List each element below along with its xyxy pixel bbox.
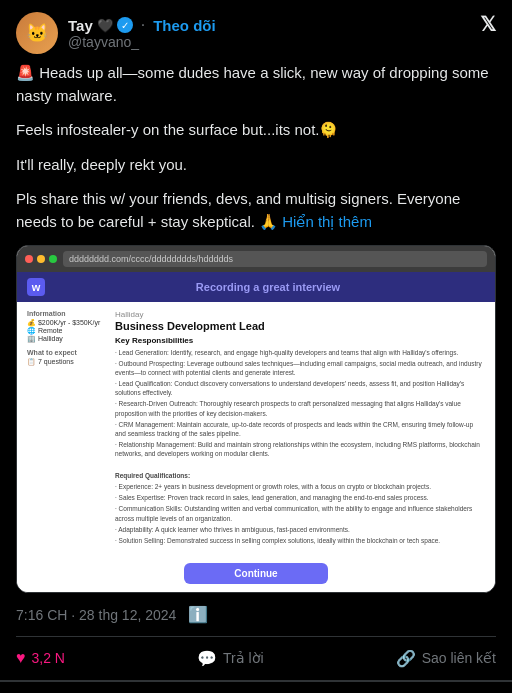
doc-line-0: · Lead Generation: Identify, research, a… [115,348,485,357]
tweet-line-2: Feels infostealer-y on the surface but..… [16,119,496,142]
tweet-body: 🚨 Heads up all—some dudes have a slick, … [16,62,496,233]
tweet-header: 🐱 Tay 🖤 ✓ · Theo dõi @tayvano_ 𝕏 [16,12,496,54]
recording-title: Recording a great interview [51,281,485,293]
doc-line-7: · Experience: 2+ years in business devel… [115,482,485,491]
app-logo: w [27,278,45,296]
browser-bar: dddddddd.com/cccc/dddddddds/hddddds [17,246,495,272]
share-label: Sao liên kết [422,650,496,666]
doc-line-3: · Research-Driven Outreach: Thoroughly r… [115,399,485,417]
doc-lines: · Lead Generation: Identify, research, a… [115,348,485,545]
tweet-line-4-text: Pls share this w/ your friends, devs, an… [16,190,460,230]
sidebar-remote: 🌐 Remote [27,327,107,335]
like-count: 3,2 N [32,650,65,666]
doc-line-1: · Outbound Prospecting: Leverage outboun… [115,359,485,377]
continue-btn-wrap: Continue [17,555,495,592]
dot-yellow [37,255,45,263]
sidebar-questions: 📋 7 questions [27,358,107,366]
info-icon: ℹ️ [188,606,208,623]
reply-icon: 💬 [197,649,217,668]
sidebar-what-to-expect: What to expect 📋 7 questions [27,349,107,366]
browser-url: dddddddd.com/cccc/dddddddds/hddddds [63,251,487,267]
doc-line-5: · Relationship Management: Build and mai… [115,440,485,458]
reply-button[interactable]: 💬 Trả lời [197,649,264,668]
share-button[interactable]: 🔗 Sao liên kết [396,649,496,668]
responsibilities-title: Key Responsibilities [115,336,485,345]
doc-line-8: · Sales Expertise: Proven track record i… [115,493,485,502]
verified-icon: ✓ [117,17,133,33]
view-replies-section: Đọc 163 trả lời [0,681,512,693]
sidebar-salary: 💰 $200K/yr - $350K/yr [27,319,107,327]
doc-line-10: · Adaptability: A quick learner who thri… [115,525,485,534]
company-label: Halliday [115,310,485,319]
tweet-line-1: 🚨 Heads up all—some dudes have a slick, … [16,62,496,107]
user-info: 🐱 Tay 🖤 ✓ · Theo dõi @tayvano_ [16,12,216,54]
x-logo: 𝕏 [480,12,496,36]
doc-line-2: · Lead Qualification: Conduct discovery … [115,379,485,397]
sidebar-information-label: Information [27,310,107,317]
dot-separator: · [141,16,145,34]
tweet-line-3: It'll really, deeply rekt you. [16,154,496,177]
job-title: Business Development Lead [115,320,485,332]
avatar[interactable]: 🐱 [16,12,58,54]
doc-line-6 [115,460,485,469]
name-row: Tay 🖤 ✓ · Theo dõi [68,16,216,34]
follow-button[interactable]: Theo dõi [153,17,216,34]
doc-required-title: Required Qualifications: [115,471,485,480]
browser-dots [25,255,57,263]
doc-line-4: · CRM Management: Maintain accurate, up-… [115,420,485,438]
sidebar-expect-label: What to expect [27,349,107,356]
like-button[interactable]: ♥ 3,2 N [16,649,65,667]
display-name: Tay [68,17,93,34]
dot-green [49,255,57,263]
reply-label: Trả lời [223,650,264,666]
sidebar-information: Information 💰 $200K/yr - $350K/yr 🌐 Remo… [27,310,107,343]
show-more-link[interactable]: Hiển thị thêm [282,213,372,230]
heart-emoji: 🖤 [97,18,113,33]
user-details: Tay 🖤 ✓ · Theo dõi @tayvano_ [68,16,216,50]
share-icon: 🔗 [396,649,416,668]
tweet-actions: ♥ 3,2 N 💬 Trả lời 🔗 Sao liên kết [16,636,496,668]
dot-red [25,255,33,263]
sidebar-company: 🏢 Halliday [27,335,107,343]
doc-line-9: · Communication Skills: Outstanding writ… [115,504,485,522]
tweet-line-4: Pls share this w/ your friends, devs, an… [16,188,496,233]
continue-button[interactable]: Continue [184,563,327,584]
doc-content: Information 💰 $200K/yr - $350K/yr 🌐 Remo… [17,302,495,555]
doc-line-11: · Solution Selling: Demonstrated success… [115,536,485,545]
embedded-media[interactable]: dddddddd.com/cccc/dddddddds/hddddds w Re… [16,245,496,593]
doc-sidebar: Information 💰 $200K/yr - $350K/yr 🌐 Remo… [27,310,107,547]
doc-main: Halliday Business Development Lead Key R… [115,310,485,547]
app-header: w Recording a great interview [17,272,495,302]
heart-icon: ♥ [16,649,26,667]
user-handle: @tayvano_ [68,34,216,50]
tweet-timestamp: 7:16 CH · 28 thg 12, 2024 ℹ️ [16,605,496,624]
tweet-container: 🐱 Tay 🖤 ✓ · Theo dõi @tayvano_ 𝕏 🚨 Heads… [0,0,512,681]
